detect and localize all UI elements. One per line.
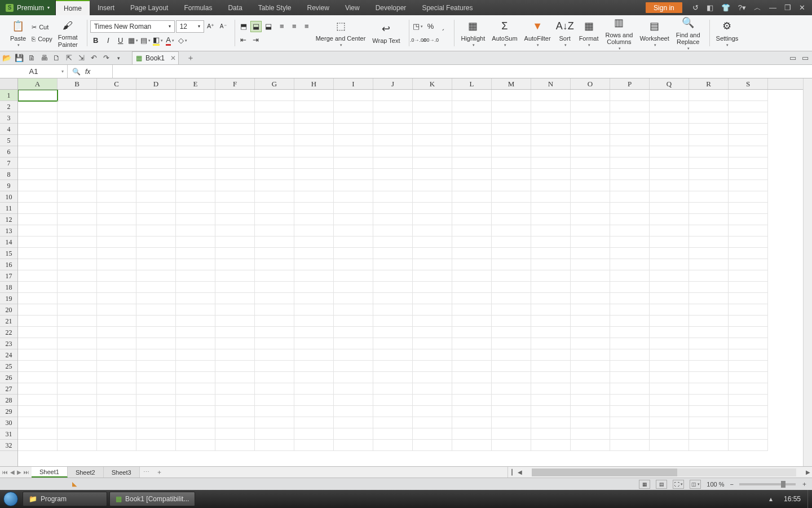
cell[interactable] bbox=[136, 214, 176, 225]
cell[interactable] bbox=[18, 157, 58, 169]
cell[interactable] bbox=[492, 361, 531, 372]
cell[interactable] bbox=[373, 101, 413, 112]
row-header[interactable]: 13 bbox=[0, 225, 17, 237]
tab-insert[interactable]: Insert bbox=[90, 0, 122, 15]
cell[interactable] bbox=[215, 237, 255, 248]
decrease-indent-button[interactable]: ⇤ bbox=[238, 34, 249, 46]
cell[interactable] bbox=[610, 101, 650, 112]
cell[interactable] bbox=[136, 383, 176, 395]
cell[interactable] bbox=[492, 293, 531, 304]
cell[interactable] bbox=[334, 112, 373, 124]
cell[interactable] bbox=[531, 361, 571, 372]
cell[interactable] bbox=[689, 282, 729, 293]
column-header[interactable]: Q bbox=[650, 78, 689, 89]
wrap-text-button[interactable]: ↩ Wrap Text bbox=[369, 20, 403, 45]
formula-input[interactable] bbox=[113, 65, 812, 78]
cell[interactable] bbox=[97, 440, 136, 451]
cell[interactable] bbox=[571, 259, 610, 270]
cell[interactable] bbox=[413, 417, 452, 428]
cell[interactable] bbox=[610, 372, 650, 383]
cell[interactable] bbox=[373, 259, 413, 270]
increase-indent-button[interactable]: ⇥ bbox=[250, 34, 262, 46]
hscroll-left-icon[interactable]: ◀ bbox=[516, 469, 524, 475]
cell[interactable] bbox=[294, 169, 334, 180]
cell[interactable] bbox=[650, 101, 689, 112]
cell[interactable] bbox=[492, 428, 531, 440]
cell[interactable] bbox=[610, 124, 650, 135]
cell[interactable] bbox=[452, 440, 492, 451]
undo-icon[interactable]: ↶ bbox=[89, 54, 98, 63]
cell[interactable] bbox=[531, 316, 571, 327]
cell[interactable] bbox=[729, 237, 768, 248]
row-header[interactable]: 23 bbox=[0, 338, 17, 349]
cell[interactable] bbox=[136, 259, 176, 270]
cell[interactable] bbox=[58, 237, 97, 248]
cell[interactable] bbox=[97, 428, 136, 440]
cell[interactable] bbox=[610, 395, 650, 406]
cell[interactable] bbox=[136, 101, 176, 112]
cell[interactable] bbox=[176, 383, 215, 395]
save-icon[interactable]: 💾 bbox=[15, 54, 24, 63]
currency-button[interactable]: ◳ bbox=[412, 21, 423, 32]
start-button[interactable] bbox=[0, 490, 21, 508]
cell[interactable] bbox=[610, 282, 650, 293]
vertical-scrollbar[interactable] bbox=[803, 78, 812, 466]
cell[interactable] bbox=[18, 180, 58, 191]
cell[interactable] bbox=[215, 316, 255, 327]
cell[interactable] bbox=[531, 428, 571, 440]
cell[interactable] bbox=[571, 135, 610, 146]
cell[interactable] bbox=[650, 293, 689, 304]
email-icon[interactable]: ⇲ bbox=[77, 54, 86, 63]
cell[interactable] bbox=[215, 157, 255, 169]
cell[interactable] bbox=[531, 372, 571, 383]
cell[interactable] bbox=[531, 270, 571, 282]
cell[interactable] bbox=[215, 327, 255, 338]
cell[interactable] bbox=[176, 203, 215, 214]
cell[interactable] bbox=[294, 327, 334, 338]
cell[interactable] bbox=[255, 338, 294, 349]
cell[interactable] bbox=[531, 90, 571, 101]
cell[interactable] bbox=[18, 372, 58, 383]
cell[interactable] bbox=[610, 270, 650, 282]
cell[interactable] bbox=[610, 157, 650, 169]
cell[interactable] bbox=[255, 428, 294, 440]
cell[interactable] bbox=[294, 225, 334, 237]
cell[interactable] bbox=[136, 270, 176, 282]
cell[interactable] bbox=[610, 225, 650, 237]
close-icon[interactable]: ✕ bbox=[799, 3, 805, 12]
column-header[interactable]: K bbox=[413, 78, 452, 89]
cell[interactable] bbox=[294, 180, 334, 191]
cell[interactable] bbox=[729, 248, 768, 259]
cell[interactable] bbox=[334, 282, 373, 293]
cell[interactable] bbox=[413, 293, 452, 304]
cell[interactable] bbox=[689, 90, 729, 101]
cell[interactable] bbox=[650, 214, 689, 225]
cell[interactable] bbox=[531, 124, 571, 135]
cell[interactable] bbox=[334, 383, 373, 395]
cell[interactable] bbox=[97, 157, 136, 169]
cell[interactable] bbox=[255, 191, 294, 203]
cell[interactable] bbox=[97, 304, 136, 316]
cell[interactable] bbox=[294, 338, 334, 349]
cell[interactable] bbox=[610, 90, 650, 101]
cell[interactable] bbox=[452, 372, 492, 383]
cell[interactable] bbox=[373, 338, 413, 349]
cell[interactable] bbox=[571, 372, 610, 383]
merge-center-button[interactable]: ⬚ Merge and Center bbox=[312, 18, 369, 49]
cell[interactable] bbox=[571, 214, 610, 225]
cell[interactable] bbox=[531, 395, 571, 406]
cell[interactable] bbox=[492, 90, 531, 101]
cell[interactable] bbox=[18, 282, 58, 293]
cell[interactable] bbox=[97, 90, 136, 101]
cell[interactable] bbox=[413, 214, 452, 225]
cell[interactable] bbox=[689, 372, 729, 383]
cell[interactable] bbox=[18, 259, 58, 270]
column-header[interactable]: O bbox=[571, 78, 610, 89]
cell[interactable] bbox=[492, 146, 531, 157]
cell[interactable] bbox=[176, 316, 215, 327]
cell[interactable] bbox=[18, 237, 58, 248]
cell[interactable] bbox=[255, 157, 294, 169]
settings-button[interactable]: ⚙Settings bbox=[713, 18, 742, 49]
cell[interactable] bbox=[531, 327, 571, 338]
cell[interactable] bbox=[255, 383, 294, 395]
